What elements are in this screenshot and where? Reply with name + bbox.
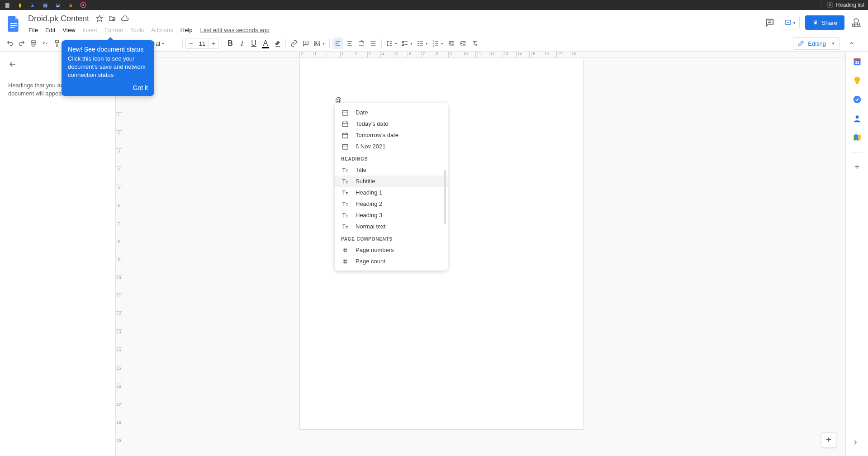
- ruler-vtick: 1: [116, 112, 122, 130]
- tooltip-got-it-button[interactable]: Got it: [68, 84, 148, 91]
- horizontal-ruler[interactable]: 21123456789101112131415161718: [116, 52, 845, 58]
- align-left-button[interactable]: [332, 38, 343, 49]
- italic-button[interactable]: I: [237, 38, 247, 49]
- redo-button[interactable]: [16, 38, 27, 49]
- at-item-heading[interactable]: Title: [335, 164, 448, 176]
- amazon-icon[interactable]: a: [67, 1, 74, 9]
- at-item-heading[interactable]: Heading 3: [335, 209, 448, 221]
- underline-button[interactable]: U: [248, 38, 259, 49]
- svg-rect-5: [10, 23, 17, 24]
- maps-side-icon[interactable]: [853, 133, 862, 142]
- at-menu-scrollbar[interactable]: [444, 170, 446, 224]
- editing-mode-button[interactable]: Editing: [793, 37, 840, 50]
- collapse-toolbar-button[interactable]: [845, 37, 858, 50]
- at-item-heading[interactable]: Normal text: [335, 221, 448, 232]
- present-button[interactable]: ▼: [781, 16, 800, 29]
- line-spacing-button[interactable]: [384, 38, 399, 49]
- bullet-list-button[interactable]: [415, 38, 430, 49]
- ads-icon[interactable]: ▲: [29, 1, 36, 9]
- star-icon[interactable]: [95, 14, 104, 23]
- text-color-button[interactable]: A: [260, 38, 271, 49]
- calendar-icon[interactable]: ▦: [42, 1, 49, 9]
- paint-format-button[interactable]: [52, 38, 62, 49]
- cloud-status-icon[interactable]: [121, 14, 129, 23]
- comments-icon[interactable]: [764, 17, 775, 28]
- ruler-tick: 9: [448, 52, 462, 57]
- align-right-button[interactable]: [356, 38, 367, 49]
- clear-format-button[interactable]: [470, 38, 480, 49]
- menu-tools[interactable]: Tools: [127, 25, 147, 35]
- at-item-heading[interactable]: Heading 2: [335, 198, 448, 209]
- align-justify-button[interactable]: [368, 38, 379, 49]
- menu-view[interactable]: View: [59, 25, 78, 35]
- menu-edit[interactable]: Edit: [42, 25, 58, 35]
- at-item-date[interactable]: Date: [335, 107, 448, 118]
- highlight-button[interactable]: [272, 38, 283, 49]
- numbered-list-button[interactable]: 123: [431, 38, 445, 49]
- calendar-side-icon[interactable]: 31: [853, 57, 862, 66]
- at-item-date[interactable]: Tomorrow's date: [335, 129, 448, 141]
- ruler-vtick: 13: [116, 329, 122, 347]
- ruler-vtick: 12: [116, 311, 122, 329]
- font-size-group: − 11 +: [185, 38, 219, 49]
- ruler-vtick: 3: [116, 148, 122, 166]
- svg-text:3: 3: [433, 45, 434, 47]
- at-item-label: Heading 1: [356, 189, 382, 196]
- side-panel-toggle[interactable]: [850, 437, 861, 448]
- image-button[interactable]: [312, 38, 327, 49]
- status-tooltip: New! See document status Click this icon…: [62, 40, 154, 96]
- at-section-page: PAGE COMPONENTS: [335, 232, 448, 244]
- spellcheck-button[interactable]: [40, 38, 51, 49]
- menu-file[interactable]: File: [25, 25, 41, 35]
- at-item-date[interactable]: 6 Nov 2021: [335, 141, 448, 152]
- svg-rect-6: [10, 25, 17, 26]
- at-item-date[interactable]: Today's date: [335, 118, 448, 129]
- document-title[interactable]: Droid.pk Content: [25, 13, 92, 24]
- checklist-button[interactable]: [400, 38, 414, 49]
- extension-icon[interactable]: [850, 16, 863, 29]
- side-panel: 31 +: [845, 52, 868, 456]
- undo-button[interactable]: [5, 38, 15, 49]
- at-item-page-component[interactable]: Page numbers: [335, 244, 448, 256]
- print-button[interactable]: [28, 38, 39, 49]
- menu-format[interactable]: Format: [101, 25, 126, 35]
- chrome-icon[interactable]: [80, 1, 87, 9]
- ruler-vtick: 4: [116, 166, 122, 185]
- explore-button[interactable]: [821, 432, 836, 448]
- indent-decrease-button[interactable]: [446, 38, 457, 49]
- add-side-icon[interactable]: +: [853, 162, 862, 171]
- font-size-input[interactable]: 11: [196, 38, 209, 48]
- menu-addons[interactable]: Add-ons: [148, 25, 176, 35]
- comment-button[interactable]: [300, 38, 311, 49]
- svg-rect-54: [342, 110, 348, 115]
- vertical-ruler[interactable]: 1234567891011121314151617181920: [116, 58, 122, 456]
- menu-insert[interactable]: Insert: [79, 25, 100, 35]
- calendar-icon: [341, 142, 349, 151]
- font-size-decrease[interactable]: −: [186, 40, 196, 47]
- ruler-vtick: 15: [116, 366, 122, 384]
- at-item-heading[interactable]: Heading 1: [335, 187, 448, 198]
- tasks-side-icon[interactable]: [853, 95, 862, 104]
- at-item-heading[interactable]: Subtitle: [335, 176, 448, 187]
- link-button[interactable]: [289, 38, 299, 49]
- at-item-page-component[interactable]: Page count: [335, 256, 448, 267]
- reading-list-button[interactable]: Reading list: [821, 2, 864, 8]
- move-icon[interactable]: [108, 14, 116, 23]
- indent-increase-button[interactable]: [458, 38, 469, 49]
- outline-close-button[interactable]: [8, 59, 19, 70]
- menu-help[interactable]: Help: [177, 25, 196, 35]
- ruler-vtick: 10: [116, 275, 122, 293]
- document-canvas[interactable]: 21123456789101112131415161718 1234567891…: [115, 52, 845, 456]
- share-button[interactable]: Share: [805, 15, 844, 30]
- contacts-side-icon[interactable]: [853, 114, 862, 123]
- align-center-button[interactable]: [344, 38, 355, 49]
- last-edit-link[interactable]: Last edit was seconds ago: [200, 27, 270, 33]
- folder-icon[interactable]: ▇: [4, 1, 11, 9]
- font-size-increase[interactable]: +: [209, 40, 218, 47]
- clip-icon[interactable]: ◒: [54, 1, 62, 9]
- bold-button[interactable]: B: [225, 38, 236, 49]
- ruler-tick: 8: [435, 52, 448, 57]
- analytics-icon[interactable]: ▮: [16, 1, 24, 9]
- keep-side-icon[interactable]: [853, 76, 862, 85]
- docs-home-button[interactable]: [5, 13, 22, 35]
